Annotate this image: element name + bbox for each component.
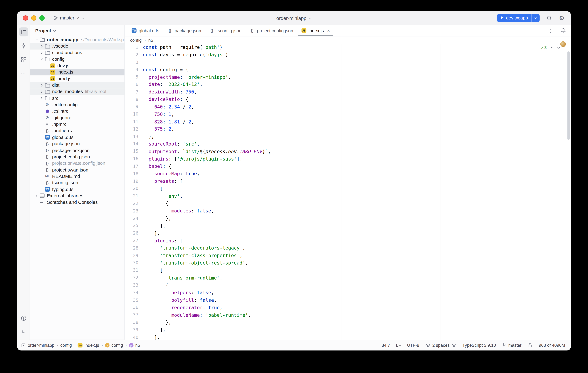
- code-line[interactable]: 36 regenerator: true,: [125, 304, 571, 311]
- line-number[interactable]: 12: [125, 126, 138, 132]
- line-number[interactable]: 20: [125, 186, 138, 191]
- code-line[interactable]: 2const dayjs = require('dayjs'): [125, 51, 571, 58]
- tree-item-gitignore[interactable]: ⊘.gitignore: [30, 114, 125, 121]
- line-number[interactable]: 14: [125, 141, 138, 146]
- user-avatar-icon[interactable]: [560, 41, 566, 47]
- line-number[interactable]: 13: [125, 134, 138, 139]
- tree-item-scratches-and-consoles[interactable]: Scratches and Consoles: [30, 199, 125, 206]
- code-line[interactable]: 6 date: '2022-04-12',: [125, 81, 571, 88]
- status-path-order-miniapp[interactable]: order-miniapp: [21, 343, 54, 348]
- git-branch-widget[interactable]: master ↗: [53, 15, 85, 21]
- line-number[interactable]: 22: [125, 201, 138, 206]
- code-line[interactable]: 14 sourceRoot: 'src',: [125, 140, 571, 148]
- status-widget-utf-8[interactable]: UTF-8: [407, 343, 419, 348]
- code-line[interactable]: 38 },: [125, 318, 571, 326]
- next-problem-chevron-icon[interactable]: [557, 46, 560, 50]
- notifications-bell-icon[interactable]: [561, 28, 566, 33]
- line-number[interactable]: 10: [125, 111, 138, 117]
- chevron-collapsed-icon[interactable]: [39, 97, 44, 100]
- status-widget-lf[interactable]: LF: [396, 343, 401, 348]
- tree-item-package-json[interactable]: {}package.json: [30, 141, 125, 147]
- line-number[interactable]: 29: [125, 253, 138, 258]
- code-line[interactable]: 22 {: [125, 200, 571, 207]
- tab-options-kebab-icon[interactable]: ⋮: [548, 28, 553, 33]
- line-number[interactable]: 23: [125, 208, 138, 213]
- tree-item-prod-js[interactable]: JSprod.js: [30, 75, 125, 82]
- code-line[interactable]: 27 plugins: [: [125, 237, 571, 244]
- chevron-expanded-icon[interactable]: [34, 38, 39, 41]
- code-line[interactable]: 7 designWidth: 750,: [125, 88, 571, 96]
- zoom-window-button[interactable]: [39, 15, 45, 21]
- status-widget-unlock[interactable]: [527, 342, 533, 348]
- settings-gear-icon[interactable]: ⚙: [559, 14, 564, 22]
- line-number[interactable]: 5: [125, 74, 138, 80]
- code-line[interactable]: 1const path = require('path'): [125, 44, 571, 51]
- line-number[interactable]: 30: [125, 260, 138, 265]
- code-line[interactable]: 32 'transform-runtime',: [125, 274, 571, 281]
- code-line[interactable]: 33 {: [125, 281, 571, 289]
- line-number[interactable]: 37: [125, 312, 138, 318]
- tree-item-npmrc[interactable]: ≡.npmrc: [30, 121, 125, 128]
- chevron-expanded-icon[interactable]: [39, 57, 44, 61]
- breadcrumb-item-config[interactable]: config: [130, 38, 142, 42]
- tree-item-package-lock-json[interactable]: {}package-lock.json: [30, 147, 125, 154]
- tree-item-config[interactable]: config: [30, 56, 125, 62]
- chevron-collapsed-icon[interactable]: [39, 84, 44, 87]
- status-widget-master[interactable]: master: [502, 342, 522, 348]
- tab-index-js[interactable]: JSindex.js×: [297, 25, 334, 36]
- tree-item-node-modules[interactable]: node_moduleslibrary root: [30, 88, 125, 95]
- project-panel-header[interactable]: Project: [30, 25, 125, 36]
- code-line[interactable]: 4const config = {: [125, 66, 571, 73]
- line-number[interactable]: 6: [125, 82, 138, 87]
- tree-item-external-libraries[interactable]: External Libraries: [30, 193, 125, 199]
- chevron-collapsed-icon[interactable]: [39, 51, 44, 55]
- status-widget-typescript-3-9-10[interactable]: TypeScript 3.9.10: [462, 343, 496, 348]
- line-number[interactable]: 33: [125, 283, 138, 288]
- tree-item-global-d-ts[interactable]: TSglobal.d.ts: [30, 134, 125, 141]
- chevron-collapsed-icon[interactable]: [39, 44, 44, 48]
- line-number[interactable]: 9: [125, 104, 138, 110]
- status-widget-2-spaces[interactable]: 2 spaces: [425, 342, 456, 348]
- code-line[interactable]: 11 828: 1.81 / 2,: [125, 118, 571, 125]
- structure-icon[interactable]: [19, 55, 28, 64]
- line-number[interactable]: 15: [125, 149, 138, 154]
- line-number[interactable]: 16: [125, 156, 138, 162]
- code-line[interactable]: 19 presets: [: [125, 177, 571, 185]
- tree-item-vscode[interactable]: .vscode: [30, 43, 125, 49]
- line-number[interactable]: 24: [125, 216, 138, 221]
- line-number[interactable]: 35: [125, 297, 138, 303]
- line-number[interactable]: 27: [125, 238, 138, 243]
- code-line[interactable]: 18 sourceMap: true,: [125, 170, 571, 177]
- line-number[interactable]: 39: [125, 327, 138, 332]
- breadcrumb-item-h5[interactable]: h5: [148, 38, 153, 42]
- line-number[interactable]: 25: [125, 223, 138, 228]
- line-number[interactable]: 32: [125, 275, 138, 280]
- search-everywhere-icon[interactable]: [546, 15, 552, 21]
- tree-item-project-swan-json[interactable]: {}project.swan.json: [30, 166, 125, 173]
- tree-item-cloudfunctions[interactable]: cloudfunctions: [30, 49, 125, 56]
- line-number[interactable]: 7: [125, 89, 138, 94]
- chevron-collapsed-icon[interactable]: [39, 90, 44, 93]
- code-line[interactable]: 34 helpers: false,: [125, 289, 571, 296]
- line-number[interactable]: 31: [125, 268, 138, 273]
- code-line[interactable]: 20 [: [125, 185, 571, 192]
- code-line[interactable]: 30 'transform-object-rest-spread',: [125, 259, 571, 266]
- line-number[interactable]: 21: [125, 193, 138, 198]
- prev-problem-chevron-icon[interactable]: [550, 46, 554, 50]
- tree-item-index-js[interactable]: JSindex.js: [30, 69, 125, 75]
- code-line[interactable]: 8 deviceRatio: {: [125, 96, 571, 103]
- code-line[interactable]: 15 outputRoot: `dist/${process.env.TARO_…: [125, 148, 571, 155]
- line-number[interactable]: 17: [125, 164, 138, 169]
- run-configuration-button[interactable]: dev:weapp: [497, 14, 539, 22]
- code-line[interactable]: 25 ],: [125, 222, 571, 229]
- tree-item-dev-js[interactable]: JSdev.js: [30, 62, 125, 69]
- line-number[interactable]: 18: [125, 171, 138, 176]
- tree-item-tsconfig-json[interactable]: {}tsconfig.json: [30, 180, 125, 186]
- code-line[interactable]: 10 750: 1,: [125, 110, 571, 118]
- status-widget-968-of-4096m[interactable]: 968 of 4096M: [539, 343, 565, 348]
- line-number[interactable]: 40: [125, 335, 138, 340]
- line-number[interactable]: 38: [125, 320, 138, 325]
- code-editor[interactable]: ✓3 1const path = require('path')2const d…: [125, 44, 571, 340]
- editor-scrollbar[interactable]: [567, 52, 570, 140]
- code-line[interactable]: 12 375: 2,: [125, 125, 571, 133]
